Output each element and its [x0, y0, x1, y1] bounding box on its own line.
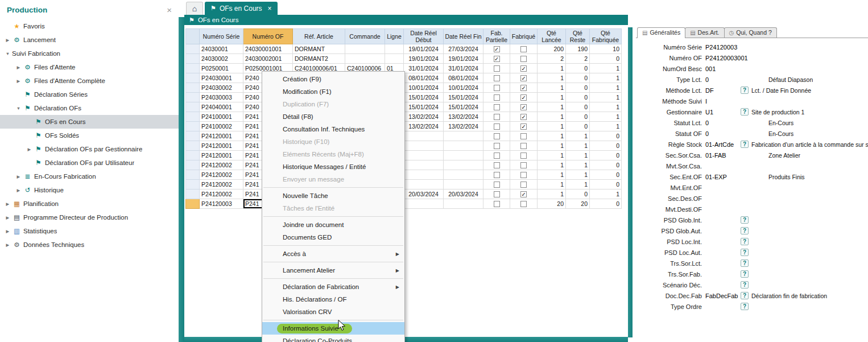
field-value[interactable]: 01-FAB — [705, 152, 741, 159]
unchecked-checkbox-icon[interactable] — [520, 201, 527, 207]
cell-debut[interactable] — [404, 170, 444, 180]
cell-of[interactable]: 24030001001 — [243, 44, 293, 54]
unchecked-checkbox-icon[interactable] — [494, 201, 500, 207]
cell-fab_partielle[interactable] — [483, 189, 510, 199]
cell-qte_reste[interactable]: 0 — [566, 189, 590, 199]
chevron-down-icon[interactable]: ▼ — [3, 51, 12, 56]
cell-fab_partielle[interactable]: ✓ — [483, 44, 510, 54]
chevron-right-icon[interactable]: ▶ — [14, 79, 23, 84]
chevron-down-icon[interactable]: ▼ — [14, 106, 23, 111]
cell-fab_partielle[interactable] — [483, 122, 510, 131]
cell-qte_fabriquee[interactable]: 1 — [590, 64, 622, 73]
cell-serie[interactable]: P24100002 — [200, 122, 243, 131]
chevron-right-icon[interactable]: ▶ — [3, 229, 12, 234]
cell-serie[interactable]: 24030002 — [200, 54, 243, 64]
sidebar-item-favoris[interactable]: ★Favoris — [0, 19, 179, 33]
field-value[interactable]: 0 — [705, 130, 741, 137]
sidebar-item-historique[interactable]: ▶↺Historique — [0, 183, 179, 197]
cell-debut[interactable]: 20/03/2024 — [404, 189, 444, 199]
col-header-selector[interactable] — [186, 29, 200, 44]
cell-qte_lancee[interactable]: 1 — [538, 170, 566, 180]
field-value[interactable]: FabDecFab — [705, 292, 741, 299]
help-icon[interactable]: ? — [741, 141, 749, 148]
sidebar-item-declaration-ofs-par-utilisateur[interactable]: ⚑Déclaration OFs par Utilisateur — [0, 156, 179, 170]
row-selector[interactable] — [186, 44, 200, 54]
col-header-numero-of[interactable]: Numéro OF — [243, 29, 293, 44]
checked-checkbox-icon[interactable]: ✓ — [520, 85, 527, 91]
sidebar-item-planification[interactable]: ▶▦Planification — [0, 197, 179, 211]
cell-fabrique[interactable] — [510, 151, 538, 160]
cell-qte_reste[interactable]: 0 — [566, 83, 590, 93]
col-header-qte-lancee[interactable]: Qté Lancée — [538, 29, 566, 44]
unchecked-checkbox-icon[interactable] — [494, 94, 500, 101]
cell-debut[interactable]: 31/01/2024 — [404, 64, 444, 73]
col-header-numero-serie[interactable]: Numéro Série — [200, 29, 243, 44]
unchecked-checkbox-icon[interactable] — [494, 172, 500, 178]
cell-qte_lancee[interactable]: 20 — [538, 199, 566, 209]
field-value[interactable]: P24120003001 — [705, 55, 741, 61]
menu-item-elements-recents-maj-f8[interactable]: Eléments Récents (Maj+F8) — [262, 148, 404, 160]
unchecked-checkbox-icon[interactable] — [494, 75, 500, 81]
cell-qte_reste[interactable]: 0 — [566, 102, 590, 112]
cell-qte_fabriquee[interactable]: 1 — [590, 112, 622, 122]
cell-qte_fabriquee[interactable]: 0 — [590, 131, 622, 141]
table-vscrollbar[interactable] — [628, 0, 633, 342]
sidebar-item-lancement[interactable]: ▶⚙Lancement — [0, 33, 179, 47]
cell-qte_fabriquee[interactable]: 10 — [590, 44, 622, 54]
help-icon[interactable]: ? — [741, 303, 749, 310]
cell-qte_fabriquee[interactable]: 0 — [590, 160, 622, 170]
detail-tab-des-art[interactable]: ▤Des.Art. — [685, 27, 724, 38]
menu-item-lancement-atelier[interactable]: Lancement Atelier▶ — [262, 264, 404, 277]
cell-fab_partielle[interactable] — [483, 93, 510, 102]
sidebar-item-declaration-ofs[interactable]: ▼⚑Déclaration OFs — [0, 101, 179, 115]
cell-fin[interactable] — [444, 151, 483, 160]
field-value[interactable]: 001 — [705, 65, 741, 72]
cell-fabrique[interactable] — [510, 180, 538, 189]
cell-fin[interactable]: 10/01/2024 — [444, 83, 483, 93]
cell-qte_reste[interactable]: 1 — [566, 141, 590, 151]
col-header-fabrique[interactable]: Fabriqué — [510, 29, 538, 44]
sidebar-item-donnees-techniques[interactable]: ▶⚙Données Techniques — [0, 238, 179, 252]
col-header-ref-article[interactable]: Réf. Article — [293, 29, 345, 44]
cell-fab_partielle[interactable] — [483, 141, 510, 151]
cell-qte_lancee[interactable]: 1 — [538, 141, 566, 151]
cell-qte_reste[interactable]: 0 — [566, 93, 590, 102]
row-selector[interactable] — [186, 112, 200, 122]
cell-qte_reste[interactable]: 0 — [566, 112, 590, 122]
cell-fabrique[interactable] — [510, 44, 538, 54]
cell-qte_fabriquee[interactable]: 1 — [590, 102, 622, 112]
cell-debut[interactable]: 15/01/2024 — [404, 102, 444, 112]
help-icon[interactable]: ? — [741, 270, 749, 278]
cell-qte_lancee[interactable]: 1 — [538, 122, 566, 131]
help-icon[interactable]: ? — [741, 281, 749, 289]
cell-fin[interactable] — [444, 170, 483, 180]
cell-fab_partielle[interactable] — [483, 102, 510, 112]
cell-qte_lancee[interactable]: 1 — [538, 151, 566, 160]
cell-debut[interactable]: 15/01/2024 — [404, 93, 444, 102]
cell-fab_partielle[interactable] — [483, 151, 510, 160]
cell-qte_fabriquee[interactable]: 1 — [590, 93, 622, 102]
field-value[interactable]: DF — [705, 87, 741, 94]
cell-qte_lancee[interactable]: 1 — [538, 189, 566, 199]
row-selector[interactable] — [186, 151, 200, 160]
menu-item-historique-f10[interactable]: Historique (F10) — [262, 135, 404, 148]
cell-fabrique[interactable] — [510, 141, 538, 151]
col-header-commande[interactable]: Commande — [345, 29, 385, 44]
unchecked-checkbox-icon[interactable] — [494, 191, 500, 197]
cell-qte_lancee[interactable]: 2 — [538, 54, 566, 64]
cell-qte_lancee[interactable]: 1 — [538, 180, 566, 189]
col-header-date-reel-fin[interactable]: Date Réel Fin — [444, 29, 483, 44]
chevron-right-icon[interactable]: ▶ — [25, 147, 34, 152]
cell-qte_lancee[interactable]: 1 — [538, 160, 566, 170]
tab-home[interactable]: ⌂ — [186, 2, 203, 15]
detail-tab-generalites[interactable]: ▤Généralités — [637, 27, 685, 38]
cell-fabrique[interactable] — [510, 199, 538, 209]
cell-qte_fabriquee[interactable]: 1 — [590, 189, 622, 199]
row-selector[interactable] — [186, 141, 200, 151]
cell-qte_reste[interactable]: 0 — [566, 64, 590, 73]
cell-serie[interactable]: P0250001 — [200, 64, 243, 73]
sidebar-item-files-d-attente-complete[interactable]: ▶⚙Files d'Attente Complète — [0, 74, 179, 88]
row-selector[interactable] — [186, 73, 200, 83]
unchecked-checkbox-icon[interactable] — [494, 114, 500, 120]
cell-fab_partielle[interactable]: ✓ — [483, 54, 510, 64]
